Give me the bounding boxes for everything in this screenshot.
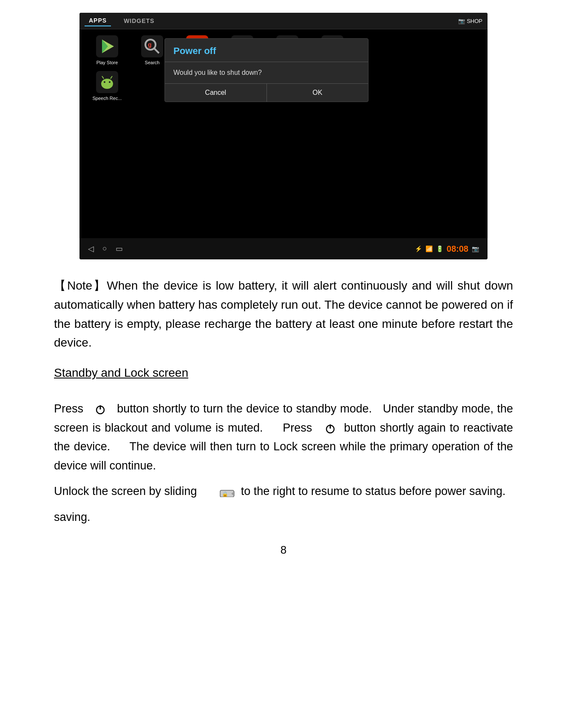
unlock-text-1: Unlock the screen by sliding [54, 485, 216, 498]
svg-rect-32 [329, 424, 331, 429]
press-label-1: Press [54, 402, 83, 415]
usb-icon: ⚡ [415, 245, 422, 252]
back-icon[interactable]: ◁ [88, 244, 94, 253]
standby-heading: Standby and Lock screen [54, 366, 188, 380]
home-icon[interactable]: ○ [102, 244, 107, 253]
svg-rect-30 [99, 405, 101, 410]
screenshot-container: APPS WIDGETS 📷 SHOP Play Store [79, 0, 488, 259]
dialog-message: Would you like to shut down? [165, 62, 368, 83]
power-icon-2 [324, 421, 340, 434]
svg-point-26 [109, 81, 111, 83]
nav-icons: ◁ ○ ▭ [88, 244, 123, 253]
unlock-text-2: to the right to resume to status before … [238, 485, 505, 498]
signal-icon: 📶 [425, 245, 433, 252]
standby-paragraph2: Unlock the screen by sliding 🔒 to the ri… [54, 482, 513, 501]
power-off-dialog: Power off Would you like to shut down? C… [164, 38, 369, 102]
top-bar: APPS WIDGETS 📷 SHOP [79, 13, 488, 29]
battery-icon: 🔋 [436, 245, 443, 252]
standby-paragraph1: Press button shortly to turn the device … [54, 399, 513, 475]
status-bar: ⚡ 📶 🔋 08:08 📷 [415, 244, 479, 254]
app-label-android: Speech Rec... [92, 96, 122, 101]
note-paragraph: 【Note】When the device is low battery, it… [54, 276, 513, 353]
app-label-search-google: Search [145, 60, 160, 65]
shop-icon: 📷 [458, 18, 465, 24]
text-content: 【Note】When the device is low battery, it… [28, 276, 539, 557]
dialog-ok-button[interactable]: OK [267, 84, 369, 102]
svg-point-25 [104, 81, 105, 83]
tab-widgets[interactable]: WIDGETS [119, 16, 159, 26]
svg-text:🔒: 🔒 [222, 491, 228, 497]
page-number: 8 [54, 543, 513, 557]
dialog-cancel-button[interactable]: Cancel [165, 84, 267, 102]
nav-bar: ◁ ○ ▭ ⚡ 📶 🔋 08:08 📷 [79, 238, 488, 259]
dialog-title: Power off [165, 39, 368, 62]
tab-apps[interactable]: APPS [85, 15, 111, 26]
svg-text:g: g [148, 41, 152, 48]
app-label-playstore: Play Store [96, 60, 118, 65]
shop-button[interactable]: 📷 SHOP [458, 18, 482, 24]
dialog-buttons: Cancel OK [165, 83, 368, 102]
android-screen: APPS WIDGETS 📷 SHOP Play Store [79, 13, 488, 259]
lock-icon-inline: 🔒 [219, 485, 238, 498]
camera-icon: 📷 [472, 245, 479, 252]
time-display: 08:08 [447, 244, 468, 254]
saving-text: saving. [54, 508, 513, 527]
svg-point-24 [101, 79, 113, 89]
app-item-android[interactable]: Speech Rec... [88, 70, 126, 101]
svg-rect-3 [141, 35, 163, 57]
recent-apps-icon[interactable]: ▭ [116, 244, 123, 253]
app-item-playstore[interactable]: Play Store [88, 34, 126, 65]
power-icon-1 [94, 402, 110, 415]
